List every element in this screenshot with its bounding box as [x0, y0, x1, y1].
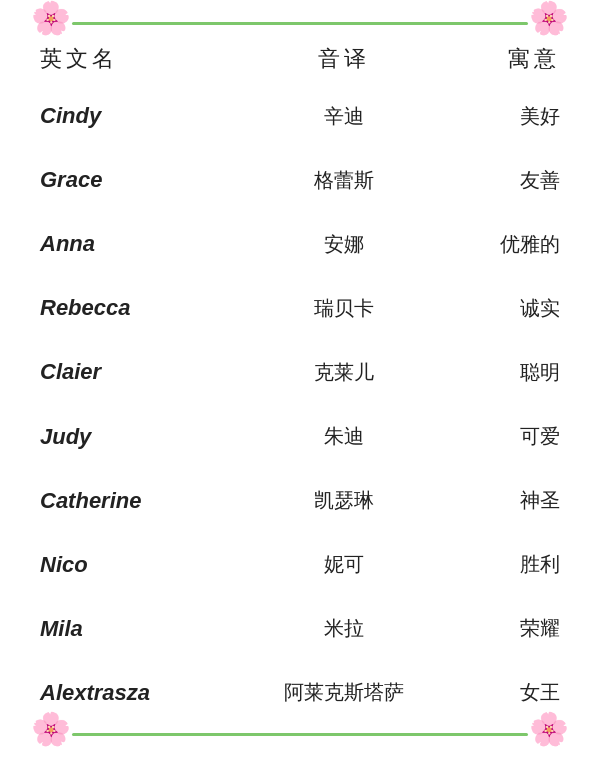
table-row: Cindy辛迪美好 [30, 84, 570, 148]
col-header-meaning: 寓意 [448, 32, 570, 84]
col-header-english: 英文名 [30, 32, 239, 84]
meaning-name: 荣耀 [448, 597, 570, 661]
flower-top-left: 🌸 [30, 0, 72, 39]
phonetic-name: 米拉 [239, 597, 448, 661]
meaning-name: 可爱 [448, 404, 570, 468]
content-area: 英文名 音译 寓意 Cindy辛迪美好Grace格蕾斯友善Anna安娜优雅的Re… [0, 32, 600, 725]
phonetic-name: 格蕾斯 [239, 148, 448, 212]
phonetic-name: 凯瑟琳 [239, 469, 448, 533]
table-row: Catherine凯瑟琳神圣 [30, 469, 570, 533]
border-line-bottom [72, 733, 528, 736]
phonetic-name: 朱迪 [239, 404, 448, 468]
table-row: Judy朱迪可爱 [30, 404, 570, 468]
table-row: Alextrasza阿莱克斯塔萨女王 [30, 661, 570, 725]
page-container: 🌸 🌸 英文名 音译 寓意 Cindy辛迪美好Grace格蕾斯友善Anna安娜优… [0, 0, 600, 757]
english-name: Cindy [30, 84, 239, 148]
phonetic-name: 辛迪 [239, 84, 448, 148]
border-line-top [72, 22, 528, 25]
meaning-name: 聪明 [448, 340, 570, 404]
meaning-name: 神圣 [448, 469, 570, 533]
flower-top-right: 🌸 [528, 0, 570, 39]
table-row: Mila米拉荣耀 [30, 597, 570, 661]
table-row: Rebecca瑞贝卡诚实 [30, 276, 570, 340]
english-name: Claier [30, 340, 239, 404]
english-name: Judy [30, 404, 239, 468]
phonetic-name: 妮可 [239, 533, 448, 597]
phonetic-name: 安娜 [239, 212, 448, 276]
phonetic-name: 瑞贝卡 [239, 276, 448, 340]
border-top: 🌸 🌸 [30, 14, 570, 32]
english-name: Anna [30, 212, 239, 276]
table-row: Anna安娜优雅的 [30, 212, 570, 276]
english-name: Rebecca [30, 276, 239, 340]
col-header-phonetic: 音译 [239, 32, 448, 84]
english-name: Catherine [30, 469, 239, 533]
phonetic-name: 克莱儿 [239, 340, 448, 404]
border-bottom: 🌸 🌸 [30, 725, 570, 743]
meaning-name: 优雅的 [448, 212, 570, 276]
meaning-name: 诚实 [448, 276, 570, 340]
flower-bottom-left: 🌸 [30, 708, 72, 750]
table-header-row: 英文名 音译 寓意 [30, 32, 570, 84]
english-name: Mila [30, 597, 239, 661]
meaning-name: 胜利 [448, 533, 570, 597]
names-table: 英文名 音译 寓意 Cindy辛迪美好Grace格蕾斯友善Anna安娜优雅的Re… [30, 32, 570, 725]
table-row: Nico妮可胜利 [30, 533, 570, 597]
english-name: Grace [30, 148, 239, 212]
table-row: Claier克莱儿聪明 [30, 340, 570, 404]
meaning-name: 美好 [448, 84, 570, 148]
phonetic-name: 阿莱克斯塔萨 [239, 661, 448, 725]
english-name: Nico [30, 533, 239, 597]
meaning-name: 友善 [448, 148, 570, 212]
flower-bottom-right: 🌸 [528, 708, 570, 750]
table-row: Grace格蕾斯友善 [30, 148, 570, 212]
